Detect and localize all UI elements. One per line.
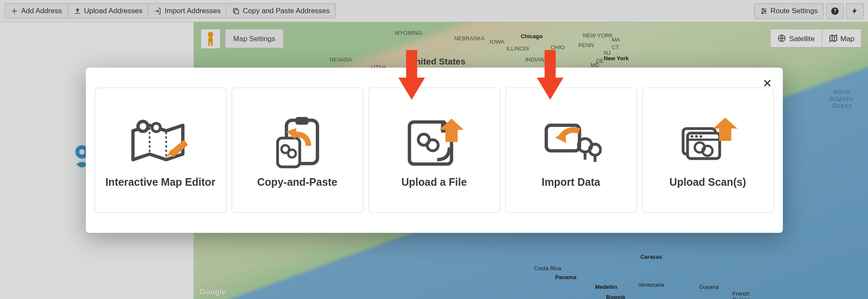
close-icon [762,78,772,88]
svg-point-52 [699,135,702,137]
svg-marker-25 [537,78,563,100]
card-copy-and-paste[interactable]: Copy-and-Paste [231,88,363,213]
svg-point-30 [139,123,146,130]
svg-point-50 [690,135,693,137]
svg-point-31 [153,125,159,130]
card-import-data[interactable]: Import Data [505,88,637,213]
map-editor-icon [127,112,194,173]
svg-marker-23 [398,78,425,100]
close-button[interactable] [760,75,775,91]
svg-point-41 [427,140,438,151]
import-data-icon [540,112,601,173]
svg-rect-22 [406,50,417,80]
card-label: Upload Scan(s) [670,176,746,189]
svg-rect-35 [295,117,308,125]
card-label: Upload a File [401,176,467,189]
import-modal: Interactive Map Editor Copy-and-Paste [86,67,782,233]
svg-rect-24 [544,50,555,80]
file-upload-icon [403,112,465,173]
card-label: Copy-and-Paste [257,176,337,189]
svg-point-51 [695,135,697,137]
scan-upload-icon [677,112,738,173]
clipboard-icon [270,112,325,173]
callout-arrow-icon [534,50,565,100]
card-upload-file[interactable]: Upload a File [368,88,500,213]
callout-arrow-icon [396,50,427,100]
card-upload-scans[interactable]: Upload Scan(s) [642,88,773,213]
card-label: Interactive Map Editor [106,176,215,189]
card-label: Import Data [542,176,600,189]
card-interactive-map-editor[interactable]: Interactive Map Editor [95,88,226,213]
modal-cards: Interactive Map Editor Copy-and-Paste [92,88,776,213]
